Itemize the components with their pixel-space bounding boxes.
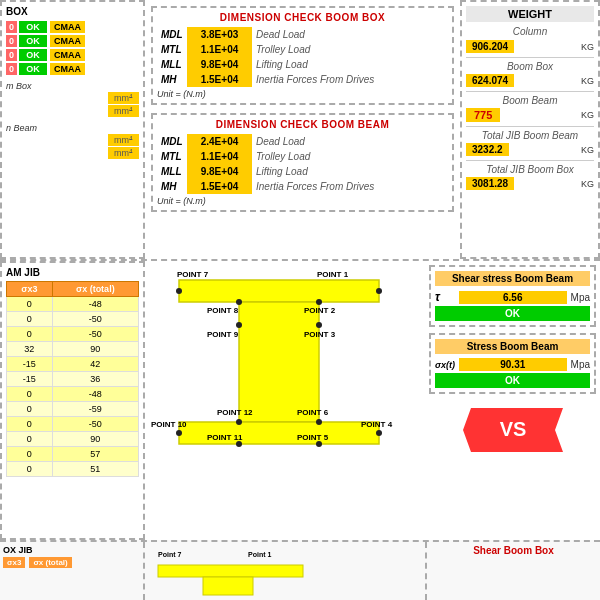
dim-boom-box-unit: Unit = (N.m) (157, 89, 448, 99)
stress-boom-beam-status: OK (435, 373, 590, 388)
ok-badge-4: OK (19, 63, 47, 75)
bottom-strip: OX JIB σx3 σx (total) Point 7 Point 1 Sh… (0, 540, 600, 600)
sx-total-cell: -50 (52, 312, 138, 327)
center-panel: DIMENSION CHECK BOOM BOX MDL 3.8E+03 Dea… (145, 0, 460, 259)
sx-total-cell: 36 (52, 372, 138, 387)
cmaa-badge-2: CMAA (50, 35, 85, 47)
weight-total-beam-val: 3232.2 (466, 143, 509, 156)
am-jib-table: σx3 σx (total) 0 -48 0 -50 0 -50 32 90 -… (6, 281, 139, 477)
col-sx3: σx3 (7, 282, 53, 297)
sx-total-cell: -50 (52, 327, 138, 342)
svg-text:POINT 3: POINT 3 (304, 330, 336, 339)
svg-text:POINT 4: POINT 4 (361, 420, 393, 429)
svg-point-17 (236, 299, 242, 305)
svg-point-18 (316, 299, 322, 305)
am-jib-title: AM JIB (6, 267, 139, 278)
table-row: -15 36 (7, 372, 139, 387)
dim-boom-beam-table: MDL 2.4E+04 Dead Load MTL 1.1E+04 Trolle… (157, 134, 448, 194)
dim-value: 1.1E+04 (187, 149, 252, 164)
svg-text:POINT 2: POINT 2 (304, 306, 336, 315)
weight-column-val: 906.204 (466, 40, 514, 53)
left-panel-title: BOX (6, 6, 139, 17)
bottom-left-panel: AM JIB σx3 σx (total) 0 -48 0 -50 0 -50 … (0, 261, 145, 540)
svg-text:Point 7: Point 7 (158, 551, 181, 558)
ok-row-3: 0 OK CMAA (6, 49, 139, 61)
svg-text:POINT 7: POINT 7 (177, 270, 209, 279)
dim-label: MTL (157, 42, 187, 57)
dim-desc: Lifting Load (252, 164, 448, 179)
svg-rect-32 (203, 577, 253, 595)
sx3-cell: 0 (7, 462, 53, 477)
sx-total-cell: 90 (52, 432, 138, 447)
svg-point-16 (376, 288, 382, 294)
svg-point-24 (236, 441, 242, 447)
table-row: 0 -50 (7, 327, 139, 342)
main-container: BOX 0 OK CMAA 0 OK CMAA 0 OK CMAA 0 OK C… (0, 0, 600, 600)
dim-desc: Lifting Load (252, 57, 448, 72)
shear-boom-beam-status: OK (435, 306, 590, 321)
strip-right-panel: Shear Boom Box (425, 542, 600, 600)
shear-boom-beam-title: Shear stress Boom Beam (435, 271, 590, 286)
sx-total-cell: 42 (52, 357, 138, 372)
weight-boombeam-unit: KG (581, 110, 594, 120)
svg-text:POINT 6: POINT 6 (297, 408, 329, 417)
strip-center-panel: Point 7 Point 1 (145, 542, 425, 600)
dim-value: 9.8E+04 (187, 57, 252, 72)
shear-boom-box-title: Shear Boom Box (430, 545, 597, 556)
mm4-val-4: mm⁴ (108, 147, 139, 159)
boom-beam-sub: n Beam mm⁴ mm⁴ (6, 123, 139, 159)
dim-value: 1.1E+04 (187, 42, 252, 57)
col-sx-total: σx (total) (52, 282, 138, 297)
svg-text:Point 1: Point 1 (248, 551, 271, 558)
weight-boombox-row: 624.074 KG (466, 74, 594, 87)
cmaa-badge-4: CMAA (50, 63, 85, 75)
sigma-label: σx(t) (435, 360, 455, 370)
weight-boombeam-row: 775 KG (466, 108, 594, 122)
bottom-right-panel: Shear stress Boom Beam τ 6.56 Mpa OK Str… (425, 261, 600, 540)
table-row: MTL 1.1E+04 Trolley Load (157, 42, 448, 57)
table-row: MDL 3.8E+03 Dead Load (157, 27, 448, 42)
sx3-cell: -15 (7, 357, 53, 372)
shear-boom-beam-val: 6.56 (459, 291, 567, 304)
sx-total-cell: -48 (52, 387, 138, 402)
svg-point-20 (316, 322, 322, 328)
boom-beam-sub-title: n Beam (6, 123, 139, 133)
sx3-cell: 0 (7, 387, 53, 402)
sx3-cell: 0 (7, 402, 53, 417)
sx-total-cell: -48 (52, 297, 138, 312)
vs-shape: VS (463, 408, 563, 453)
weight-total-box-label: Total JIB Boom Box (466, 160, 594, 175)
dim-label: MTL (157, 149, 187, 164)
table-row: MLL 9.8E+04 Lifting Load (157, 164, 448, 179)
table-row: MDL 2.4E+04 Dead Load (157, 134, 448, 149)
dim-boom-box-table: MDL 3.8E+03 Dead Load MTL 1.1E+04 Trolle… (157, 27, 448, 87)
dim-value: 1.5E+04 (187, 72, 252, 87)
ok-row-2: 0 OK CMAA (6, 35, 139, 47)
mm4-val-3: mm⁴ (108, 134, 139, 146)
shear-boom-beam-box: Shear stress Boom Beam τ 6.56 Mpa OK (429, 265, 596, 327)
svg-text:POINT 8: POINT 8 (207, 306, 239, 315)
top-section: BOX 0 OK CMAA 0 OK CMAA 0 OK CMAA 0 OK C… (0, 0, 600, 261)
dim-label: MLL (157, 57, 187, 72)
bottom-section: AM JIB σx3 σx (total) 0 -48 0 -50 0 -50 … (0, 261, 600, 540)
svg-text:POINT 9: POINT 9 (207, 330, 239, 339)
stress-boom-beam-box: Stress Boom Beam σx(t) 90.31 Mpa OK (429, 333, 596, 394)
boom-box-sub-title: m Box (6, 81, 139, 91)
strip-col-sx-total: σx (total) (29, 557, 71, 568)
dim-boom-beam-unit: Unit = (N.m) (157, 196, 448, 206)
sx3-cell: 0 (7, 297, 53, 312)
sx3-cell: 0 (7, 417, 53, 432)
strip-left-panel: OX JIB σx3 σx (total) (0, 542, 145, 600)
dim-value: 3.8E+03 (187, 27, 252, 42)
weight-boombox-label: Boom Box (466, 57, 594, 72)
strip-left-title: OX JIB (3, 545, 140, 555)
weight-total-box-val: 3081.28 (466, 177, 514, 190)
weight-total-beam-label: Total JIB Boom Beam (466, 126, 594, 141)
svg-point-26 (376, 430, 382, 436)
svg-text:POINT 11: POINT 11 (207, 433, 243, 442)
ok-badge-3: OK (19, 49, 47, 61)
table-row: 0 -59 (7, 402, 139, 417)
dim-label: MH (157, 72, 187, 87)
sx-total-cell: 51 (52, 462, 138, 477)
dim-label: MDL (157, 27, 187, 42)
